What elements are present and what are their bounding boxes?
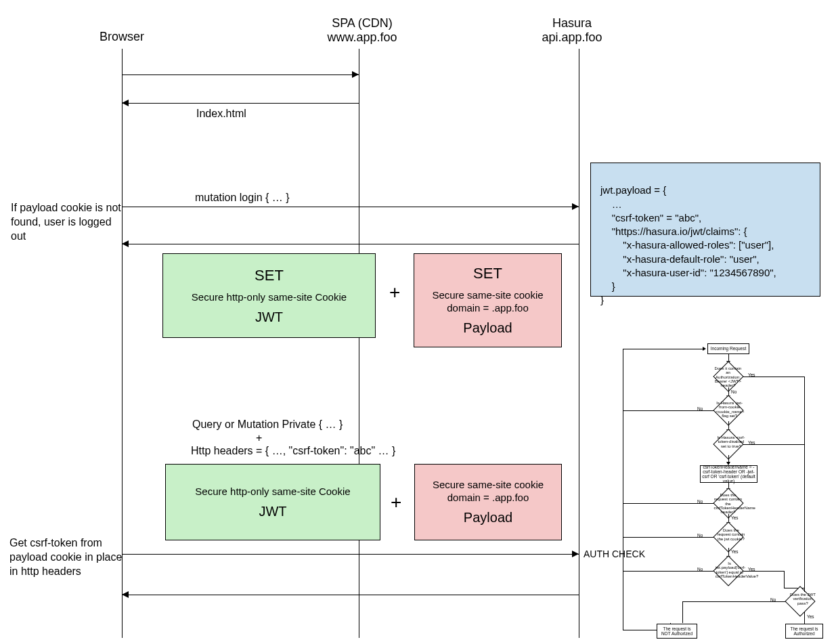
arrowhead-6 — [122, 591, 129, 598]
actor-spa: SPA (CDN) www.app.foo — [308, 16, 416, 45]
jwt-l6: "x-hasura-default-role": "user", — [600, 253, 760, 265]
note-payload-not-found: If payload cookie is not found, user is … — [11, 201, 123, 243]
arrowhead-4 — [122, 240, 129, 247]
fc-d7y — [804, 612, 805, 624]
fc-d4-yes: Yes — [731, 515, 739, 520]
box-payload-2: Secure same-site cookie domain = .app.fo… — [414, 464, 562, 540]
actor-hasura: Hasura api.app.foo — [531, 16, 613, 45]
arrow-login-response — [122, 244, 579, 244]
arrow-browser-to-spa — [122, 74, 359, 75]
box-set-jwt-1: SET Secure http-only same-site Cookie JW… — [162, 253, 376, 338]
actor-hasura-title: Hasura — [531, 16, 613, 30]
arrow-private — [122, 554, 579, 555]
fc-d5-yes: Yes — [731, 549, 739, 554]
label-plus-small: + — [256, 432, 262, 444]
actor-spa-sub: www.app.foo — [308, 30, 416, 45]
fc-d7n — [682, 601, 785, 602]
actor-browser: Browser — [81, 30, 162, 44]
foot-2g: JWT — [259, 504, 286, 519]
fc-authorized: The request is Authorized — [785, 624, 823, 639]
sub-2r2: domain = .app.foo — [447, 492, 529, 503]
fc-d4n — [623, 503, 713, 504]
fc-b1: csrfTokenHeaderName = -csrf-token-header… — [700, 465, 757, 483]
set-foot-2: Payload — [463, 320, 512, 336]
arrowhead-2 — [122, 100, 129, 106]
jwt-l3: "csrf-token" = "abc", — [600, 212, 701, 223]
label-http-headers: Http headers = { …, "csrf-token": "abc" … — [191, 445, 395, 457]
lifeline-hasura — [579, 49, 579, 638]
sub-2r1: Secure same-site cookie — [433, 479, 544, 490]
sub-2g: Secure http-only same-site Cookie — [195, 486, 350, 497]
fc-d6: Is jwt.payload['csrf-token'] equal to cs… — [713, 555, 743, 586]
fc-d3y — [743, 444, 804, 445]
fc-left-rail — [623, 349, 623, 630]
arrow-spa-to-browser — [122, 103, 359, 104]
jwt-l2: … — [600, 198, 622, 210]
jwt-l7: "x-hasura-user-id": "1234567890", — [600, 267, 776, 278]
label-query-private: Query or Mutation Private { … } — [192, 418, 343, 431]
note-get-csrf: Get csrf-token from payload cookie in pl… — [9, 536, 128, 578]
jwt-payload-box: jwt.payload = { … "csrf-token" = "abc", … — [590, 163, 820, 297]
fc-d1-no: No — [731, 389, 736, 394]
jwt-l1: jwt.payload = { — [600, 184, 666, 196]
fc-d1y-h — [743, 377, 804, 377]
fc-d7: Does the JWT verification pass? — [785, 586, 815, 616]
label-mutation-login: mutation login { … } — [195, 192, 290, 204]
fc-d5n — [623, 537, 713, 538]
plus-2: + — [391, 492, 401, 513]
fc-d6y-v — [784, 571, 785, 588]
actor-spa-title: SPA (CDN) — [308, 16, 416, 30]
fc-top-line — [623, 349, 704, 349]
arrowhead-1 — [352, 71, 359, 78]
auth-flowchart: Incoming Request Does it contain an Auth… — [616, 339, 836, 643]
arrow-private-response — [122, 595, 579, 595]
fc-d6y-h — [743, 571, 784, 572]
foot-2r: Payload — [464, 510, 512, 525]
fc-top-arrow — [703, 347, 706, 351]
plus-1: + — [389, 282, 400, 303]
jwt-l4: "https://hasura.io/jwt/claims": { — [600, 226, 747, 237]
fc-not-authorized: The request is NOT Authorized — [657, 624, 697, 639]
jwt-l5: "x-hasura-allowed-roles": ["user"], — [600, 239, 774, 251]
arrowhead-5 — [572, 551, 579, 557]
actor-hasura-sub: api.app.foo — [531, 30, 613, 45]
jwt-l8: } — [600, 280, 615, 292]
label-index-html: Index.html — [196, 108, 246, 120]
fc-d2n — [623, 410, 713, 411]
fc-d7-yes: Yes — [807, 614, 814, 619]
fc-right-rail-top — [804, 377, 805, 588]
fc-d7-in — [804, 588, 805, 592]
arrowhead-3 — [572, 203, 579, 210]
set-title-1: SET — [255, 267, 284, 284]
fc-d6n — [623, 571, 713, 572]
set-sub-2b: domain = .app.foo — [447, 302, 529, 314]
set-foot-1: JWT — [255, 309, 283, 325]
fc-incoming: Incoming Request — [707, 343, 749, 354]
set-sub-1: Secure http-only same-site Cookie — [192, 291, 347, 303]
fc-d7n-v — [682, 601, 683, 623]
jwt-l9: } — [600, 294, 604, 305]
arrow-login — [122, 207, 579, 207]
lifeline-spa — [359, 49, 359, 638]
box-set-payload-1: SET Secure same-site cookie domain = .ap… — [414, 253, 562, 347]
set-sub-2a: Secure same-site cookie — [432, 289, 543, 301]
box-jwt-2: Secure http-only same-site Cookie JWT — [165, 464, 380, 540]
set-title-2: SET — [473, 265, 502, 282]
